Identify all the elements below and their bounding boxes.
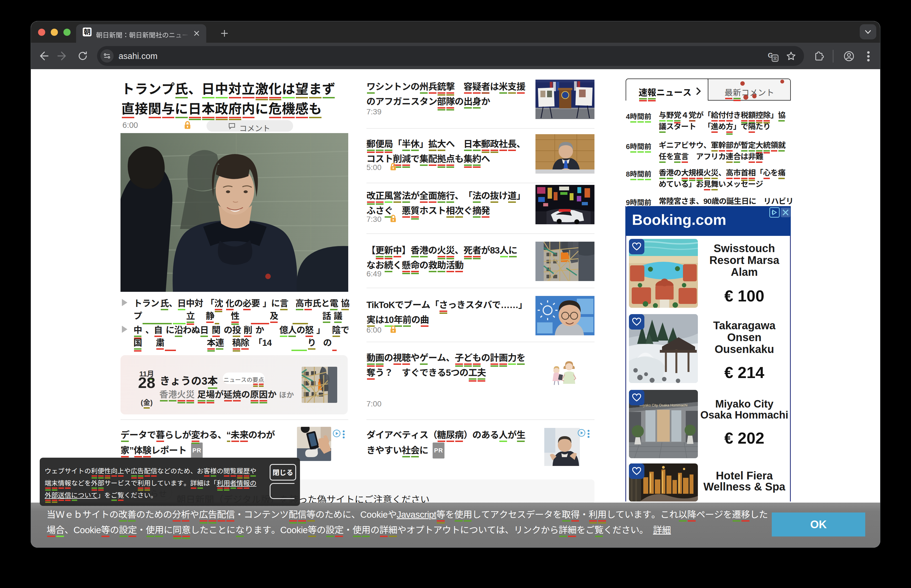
svg-text:Miyako City Osaka Hommachi: Miyako City Osaka Hommachi <box>639 403 688 407</box>
svg-text:文: 文 <box>773 55 777 61</box>
